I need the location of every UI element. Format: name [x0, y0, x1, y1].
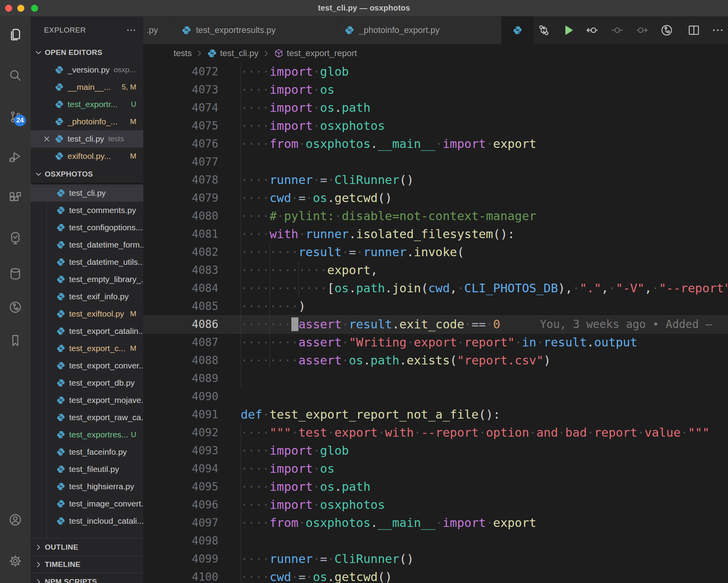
code-line[interactable]: 4079····cwd·=·os.getcwd() [143, 189, 728, 207]
next-change-icon[interactable] [636, 24, 648, 36]
file-item[interactable]: test_configoptions.... [31, 219, 143, 236]
code-line[interactable]: 4100····cwd·=·os.getcwd() [143, 568, 728, 583]
file-item[interactable]: test_export_c...M [31, 340, 143, 357]
code-line[interactable]: 4083············export, [143, 261, 728, 279]
current-change-icon[interactable] [611, 24, 624, 36]
line-number[interactable]: 4086 [143, 315, 218, 333]
code-line[interactable]: 4075····import·osxphotos [143, 117, 728, 135]
code-line[interactable]: 4091def·test_export_report_not_a_file(): [143, 406, 728, 424]
file-item[interactable]: test_exif_info.py [31, 288, 143, 305]
activity-item-run-debug[interactable] [0, 147, 31, 167]
activity-item-bookmarks[interactable] [0, 330, 31, 351]
activity-item-gitlens[interactable] [0, 297, 31, 317]
line-number[interactable]: 4084 [143, 279, 218, 297]
code-line[interactable]: 4098 [143, 532, 728, 550]
gitlens-graph-icon[interactable] [660, 24, 673, 36]
code-line[interactable]: 4073····import·os [143, 81, 728, 99]
line-number[interactable]: 4094 [143, 460, 218, 478]
project-section-header[interactable]: OSXPHOTOS [31, 166, 143, 183]
activity-item-source-control[interactable]: 24 [0, 107, 31, 127]
breadcrumb-item[interactable]: tests [174, 48, 192, 58]
section-header-timeline[interactable]: TIMELINE [31, 556, 143, 573]
editor-tab[interactable]: .py [143, 16, 175, 44]
line-number[interactable]: 4083 [143, 261, 218, 279]
line-number[interactable]: 4099 [143, 550, 218, 568]
code-line[interactable]: 4099····runner·=·CliRunner() [143, 550, 728, 568]
code-line[interactable]: 4089 [143, 370, 728, 388]
line-number[interactable]: 4076 [143, 135, 218, 153]
git-blame-annotation[interactable]: You, 3 weeks ago • Added — [540, 315, 712, 333]
line-number[interactable]: 4079 [143, 189, 218, 207]
code-line[interactable]: 4082········result·=·runner.invoke( [143, 243, 728, 261]
section-header-npm-scripts[interactable]: NPM SCRIPTS [31, 573, 143, 583]
line-number[interactable]: 4089 [143, 370, 218, 388]
line-number[interactable]: 4072 [143, 63, 218, 81]
code-line[interactable]: 4087········assert·"Writing·export·repor… [143, 333, 728, 352]
run-python-file-icon[interactable] [562, 24, 574, 36]
activity-item-explorer[interactable] [0, 24, 31, 45]
open-editor-item[interactable]: test_exportr...U [31, 96, 143, 113]
git-compare-icon[interactable] [538, 24, 550, 36]
file-item[interactable]: test_export_raw_ca... [31, 409, 143, 426]
line-number[interactable]: 4078 [143, 171, 218, 189]
code-line[interactable]: 4080····#·pylint:·disable=not-context-ma… [143, 207, 728, 225]
editor-tab-active[interactable] [501, 16, 534, 44]
line-number[interactable]: 4088 [143, 352, 218, 370]
activity-item-todo-tree[interactable] [0, 228, 31, 248]
line-number[interactable]: 4096 [143, 496, 218, 514]
file-item[interactable]: test_datetime_utils.... [31, 253, 143, 271]
line-number[interactable]: 4082 [143, 243, 218, 261]
editor-tab[interactable]: _photoinfo_export.py [338, 16, 501, 44]
line-number[interactable]: 4093 [143, 442, 218, 460]
split-editor-icon[interactable] [688, 24, 700, 36]
section-header-outline[interactable]: OUTLINE [31, 538, 143, 556]
code-line[interactable]: 4072····import·glob [143, 63, 728, 81]
file-item[interactable]: test_export_db.py [31, 374, 143, 392]
code-line[interactable]: 4085········) [143, 297, 728, 315]
code-line[interactable]: 4096····import·osxphotos [143, 496, 728, 514]
code-line[interactable]: 4092····"""·test·export·with·--report·op… [143, 424, 728, 442]
more-actions-icon[interactable] [712, 24, 724, 36]
zoom-window-button[interactable] [31, 5, 38, 12]
activity-item-search[interactable] [0, 65, 31, 86]
code-line[interactable]: 4093····import·glob [143, 442, 728, 460]
file-item[interactable]: test_exiftool.pyM [31, 305, 143, 322]
code-line[interactable]: 4086······· assert·result.exit_code·==·0… [143, 315, 728, 333]
file-item[interactable]: test_export_mojave... [31, 392, 143, 409]
close-window-button[interactable] [5, 5, 12, 12]
file-item[interactable]: test_highsierra.py [31, 478, 143, 495]
code-line[interactable]: 4097····from·osxphotos.__main__·import·e… [143, 514, 728, 532]
code-line[interactable]: 4076····from·osxphotos.__main__·import·e… [143, 135, 728, 153]
line-number[interactable]: 4091 [143, 406, 218, 424]
code-line[interactable]: 4074····import·os.path [143, 99, 728, 117]
line-number[interactable]: 4074 [143, 99, 218, 117]
open-editor-item[interactable]: test_cli.pytests [31, 130, 143, 148]
activity-item-extensions[interactable] [0, 188, 31, 208]
breadcrumb-item[interactable]: test_export_report [274, 48, 357, 58]
line-number[interactable]: 4075 [143, 117, 218, 135]
file-item[interactable]: test_fileutil.py [31, 461, 143, 478]
editor-tab[interactable]: test_exportresults.py [175, 16, 338, 44]
previous-change-icon[interactable] [586, 24, 598, 36]
code-line[interactable]: 4088········assert·os.path.exists("repor… [143, 352, 728, 370]
activity-item-account[interactable] [0, 510, 31, 530]
activity-item-settings[interactable] [0, 551, 31, 571]
line-number[interactable]: 4080 [143, 207, 218, 225]
code-line[interactable]: 4095····import·os.path [143, 478, 728, 496]
code-line[interactable]: 4090 [143, 388, 728, 406]
code-line[interactable]: 4084············[os.path.join(cwd,·CLI_P… [143, 279, 728, 297]
open-editor-item[interactable]: __main__...5, M [31, 78, 143, 96]
file-item[interactable]: test_empty_library_... [31, 271, 143, 288]
file-item[interactable]: test_exportres...U [31, 426, 143, 443]
line-number[interactable]: 4077 [143, 153, 218, 171]
code-area[interactable]: 4072····import·glob4073····import·os4074… [143, 63, 728, 583]
open-editors-section-header[interactable]: OPEN EDITORS [31, 44, 143, 61]
code-line[interactable]: 4078····runner·=·CliRunner() [143, 171, 728, 189]
sidebar-more-actions-icon[interactable] [126, 25, 136, 35]
open-editor-item[interactable]: exiftool.py...M [31, 148, 143, 165]
activity-item-database[interactable] [0, 264, 31, 284]
open-editor-item[interactable]: _photoinfo_...M [31, 113, 143, 130]
line-number[interactable]: 4092 [143, 424, 218, 442]
minimize-window-button[interactable] [17, 5, 24, 12]
line-number[interactable]: 4073 [143, 81, 218, 99]
